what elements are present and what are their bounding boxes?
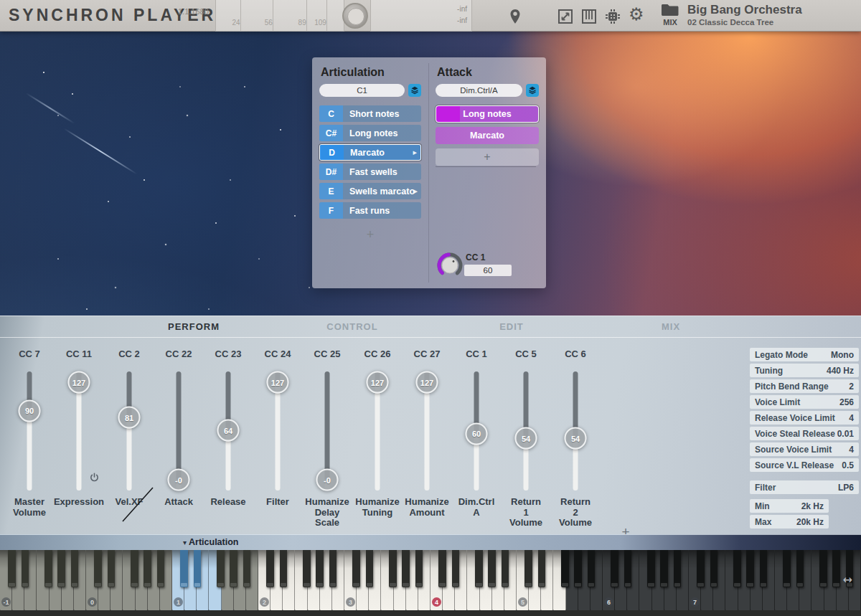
setting-row[interactable]: Voice Limit256 (750, 395, 859, 409)
attack-item[interactable]: Long notes (436, 105, 539, 123)
dynamics-knob[interactable] (342, 3, 368, 29)
setting-row[interactable]: Release Voice Limit4 (750, 411, 859, 425)
piano-key-black[interactable] (157, 550, 165, 587)
piano-key-black[interactable] (796, 550, 804, 587)
tab-edit[interactable]: EDIT (499, 321, 524, 332)
piano-key-black[interactable] (438, 550, 446, 587)
piano-key-black[interactable] (561, 550, 569, 587)
tab-perform[interactable]: PERFORM (168, 321, 220, 332)
slider-thumb[interactable]: -0 (316, 469, 339, 491)
piano-key-black[interactable] (329, 550, 337, 587)
slider-track[interactable] (27, 371, 32, 491)
piano-key-black[interactable] (71, 550, 79, 587)
slider-thumb[interactable]: 64 (217, 420, 240, 442)
articulation-item[interactable]: DMarcato▸ (319, 144, 421, 161)
piano-key-black[interactable] (243, 550, 251, 587)
piano-key-black[interactable] (217, 550, 225, 587)
piano-key-black[interactable] (588, 550, 596, 587)
piano-key-black[interactable] (389, 550, 397, 587)
setting-row[interactable]: Source Voice Limit4 (750, 442, 859, 456)
piano-key-black[interactable] (783, 550, 791, 587)
slider-thumb[interactable]: 54 (565, 427, 587, 450)
keyboard-range-selector[interactable]: ▾Articulation (183, 537, 238, 547)
piano-key-black[interactable] (746, 550, 754, 587)
slider-thumb[interactable]: 127 (68, 371, 90, 394)
layers-icon[interactable] (408, 84, 421, 97)
location-pin-icon[interactable] (507, 8, 524, 25)
articulation-item[interactable]: CShort notes (319, 105, 421, 122)
setting-row-max[interactable]: Max20k Hz (750, 515, 829, 529)
slider-thumb[interactable]: 127 (367, 371, 389, 394)
slider-track[interactable] (127, 371, 132, 491)
scale-icon[interactable] (557, 8, 574, 25)
articulation-item[interactable]: C#Long notes (319, 125, 421, 141)
piano-key-black[interactable] (475, 550, 483, 587)
gear-icon[interactable]: ⚙ (629, 6, 646, 24)
piano-key-black[interactable] (660, 550, 668, 587)
piano-key-black[interactable] (538, 550, 546, 587)
articulation-selector[interactable]: C1 (319, 84, 405, 97)
piano-key-black[interactable] (352, 550, 360, 587)
setting-row[interactable]: Legato ModeMono (750, 348, 859, 361)
piano-key-black[interactable] (180, 550, 188, 587)
piano-key-black[interactable] (108, 550, 116, 587)
piano-key-black[interactable] (230, 550, 237, 587)
piano-key-black[interactable] (303, 550, 311, 587)
articulation-item[interactable]: D#Fast swells (319, 164, 421, 180)
slider-thumb[interactable]: 81 (118, 407, 141, 429)
piano-key-black[interactable] (524, 550, 532, 587)
slider-thumb[interactable]: 54 (515, 427, 537, 450)
piano-key-black[interactable] (488, 550, 496, 587)
layers-icon[interactable] (526, 84, 539, 97)
slider-thumb[interactable]: 60 (466, 422, 488, 445)
piano-key-black[interactable] (22, 550, 29, 587)
cc1-knob-value[interactable]: 60 (464, 265, 512, 276)
piano-key-black[interactable] (402, 550, 410, 587)
preset-title-block[interactable]: Big Bang Orchestra 02 Classic Decca Tree (687, 3, 802, 27)
slider-thumb[interactable]: 127 (416, 371, 438, 394)
setting-row-min[interactable]: Min2k Hz (750, 499, 829, 513)
setting-row[interactable]: Pitch Bend Range2 (750, 379, 859, 393)
piano-key-black[interactable] (44, 550, 52, 587)
articulation-item[interactable]: FFast runs (319, 202, 421, 219)
tab-mix[interactable]: MIX (662, 321, 680, 332)
piano-key-black[interactable] (574, 550, 582, 587)
add-attack-button[interactable]: + (436, 148, 539, 166)
piano-key-black[interactable] (415, 550, 423, 587)
piano-key-black[interactable] (280, 550, 288, 587)
piano-key-black[interactable] (647, 550, 655, 587)
piano-key-black[interactable] (316, 550, 324, 587)
piano-key-black[interactable] (194, 550, 202, 587)
piano-key-black[interactable] (674, 550, 682, 587)
setting-row[interactable]: Tuning440 Hz (750, 364, 859, 377)
piano-key-black[interactable] (710, 550, 718, 587)
setting-row[interactable]: Source V.L Release0.5 (750, 458, 859, 472)
piano-key-black[interactable] (452, 550, 460, 587)
cc1-knob[interactable] (436, 251, 464, 280)
keyboard-resize-handle[interactable]: ↔ (843, 573, 852, 587)
piano-key-black[interactable] (94, 550, 102, 587)
piano-key-black[interactable] (366, 550, 374, 587)
piano-key-black[interactable] (144, 550, 151, 587)
piano-key-black[interactable] (8, 550, 16, 587)
piano-key-black[interactable] (57, 550, 65, 587)
piano-key-black[interactable] (624, 550, 632, 587)
add-articulation-button[interactable]: + (319, 227, 421, 242)
piano-key-black[interactable] (733, 550, 741, 587)
piano-key-black[interactable] (760, 550, 768, 587)
slider-thumb[interactable]: 127 (267, 371, 289, 394)
piano-key-black[interactable] (832, 550, 840, 587)
piano-key-black[interactable] (611, 550, 618, 587)
piano-key-black[interactable] (697, 550, 705, 587)
attack-item[interactable]: Marcato (436, 127, 539, 144)
setting-row-filter[interactable]: FilterLP6 (750, 480, 859, 494)
piano-key-black[interactable] (131, 550, 138, 587)
library-mix-button[interactable]: MIX (657, 4, 683, 27)
articulation-item[interactable]: ESwells marcato▸ (319, 183, 421, 199)
slider-thumb[interactable]: 90 (19, 399, 41, 422)
cpu-icon[interactable] (604, 8, 621, 25)
piano-key-black[interactable] (819, 550, 827, 587)
attack-selector[interactable]: Dim.Ctrl/A (436, 84, 522, 97)
piano-key-black[interactable] (502, 550, 509, 587)
piano-key-black[interactable] (266, 550, 274, 587)
